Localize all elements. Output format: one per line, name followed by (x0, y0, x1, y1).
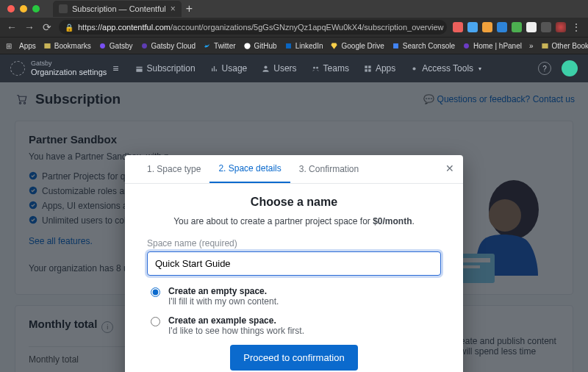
nav-access-tools[interactable]: Access Tools▾ (410, 63, 481, 74)
bookmark-item[interactable]: LinkedIn (284, 42, 323, 50)
app-header: GatsbyOrganization settings ≡ Subscripti… (0, 54, 588, 82)
other-bookmarks[interactable]: Other Bookmarks (541, 42, 588, 50)
forward-icon[interactable]: → (24, 21, 35, 33)
flag-icon[interactable] (556, 22, 566, 32)
space-name-input[interactable] (147, 251, 441, 276)
nav-subscription[interactable]: Subscription (135, 63, 196, 74)
url-host: app.contentful.com (102, 23, 171, 32)
extension-icon[interactable] (526, 22, 537, 32)
org-name: Gatsby (31, 60, 107, 67)
svg-point-5 (464, 43, 469, 49)
radio-example-space[interactable]: Create an example space.I'd like to see … (147, 315, 441, 336)
svg-rect-11 (368, 65, 370, 68)
create-space-modal: 1. Space type 2. Space details 3. Confir… (125, 155, 463, 372)
nav-apps[interactable]: Apps (364, 63, 395, 74)
svg-rect-4 (393, 43, 398, 49)
close-window-dot[interactable] (7, 5, 15, 12)
extension-icon[interactable] (482, 22, 492, 32)
svg-point-7 (265, 65, 268, 68)
org-sub: Organization settings (31, 68, 107, 76)
extension-icon[interactable] (497, 22, 507, 32)
minimize-window-dot[interactable] (20, 5, 27, 12)
svg-rect-12 (365, 69, 367, 71)
help-icon[interactable]: ? (538, 62, 551, 75)
svg-rect-13 (368, 69, 370, 71)
page-body: Subscription 💬 Questions or feedback? Co… (0, 82, 588, 372)
org-switcher[interactable]: GatsbyOrganization settings ≡ (10, 60, 119, 77)
close-modal-icon[interactable]: ✕ (445, 162, 454, 174)
bookmark-item[interactable]: Gatsby Cloud (140, 42, 196, 50)
bookmark-item[interactable]: Bookmarks (43, 42, 91, 50)
bookmark-item[interactable]: Google Drive (330, 42, 384, 50)
svg-rect-3 (286, 43, 291, 49)
svg-point-14 (413, 67, 416, 70)
address-bar[interactable]: 🔒 https://app.contentful.com/account/org… (59, 20, 447, 35)
tab-title: Subscription — Contentful (72, 4, 166, 13)
radio-input[interactable] (151, 317, 160, 326)
url-path: /account/organizations/5gGsGNznyQz1apqEW… (171, 23, 444, 32)
window-titlebar: Subscription — Contentful × + (0, 0, 588, 18)
step-space-details[interactable]: 2. Space details (209, 155, 290, 183)
hamburger-icon[interactable]: ≡ (112, 62, 118, 74)
kebab-menu-icon[interactable]: ⋮ (570, 21, 582, 33)
reload-icon[interactable]: ⟳ (41, 21, 53, 33)
back-icon[interactable]: ← (6, 21, 18, 33)
fullscreen-window-dot[interactable] (32, 5, 40, 12)
bookmarks-bar: ⊞ Apps Bookmarks Gatsby Gatsby Cloud Twi… (0, 37, 588, 54)
svg-point-8 (313, 66, 315, 68)
bookmark-overflow[interactable]: » (529, 42, 534, 50)
extension-icon[interactable] (512, 22, 522, 32)
chevron-down-icon: ▾ (478, 65, 481, 72)
traffic-lights (7, 5, 40, 12)
svg-point-0 (100, 43, 105, 49)
browser-toolbar: ← → ⟳ 🔒 https://app.contentful.com/accou… (0, 18, 588, 37)
puzzle-icon[interactable] (541, 22, 551, 32)
close-tab-icon[interactable]: × (171, 4, 176, 14)
svg-point-2 (244, 43, 250, 49)
bookmark-item[interactable]: GitHub (243, 42, 277, 50)
lock-icon: 🔒 (65, 24, 74, 32)
app-nav: Subscription Usage Users Teams Apps Acce… (135, 63, 482, 74)
step-space-type[interactable]: 1. Space type (138, 156, 209, 182)
space-name-label: Space name (required) (147, 238, 441, 248)
step-confirmation[interactable]: 3. Confirmation (290, 156, 368, 182)
modal-subtext: You are about to create a partner projec… (147, 216, 441, 226)
browser-tab[interactable]: Subscription — Contentful × (53, 1, 182, 17)
extension-icon[interactable] (467, 22, 478, 32)
nav-users[interactable]: Users (262, 63, 296, 74)
extension-icon[interactable] (453, 22, 463, 32)
proceed-button[interactable]: Proceed to confirmation (230, 345, 357, 371)
org-logo-icon (10, 61, 25, 76)
apps-button[interactable]: Apps (19, 42, 36, 50)
modal-heading: Choose a name (147, 196, 441, 209)
nav-usage[interactable]: Usage (210, 63, 248, 74)
avatar[interactable] (562, 60, 578, 76)
space-type-radios: Create an empty space.I'll fill it with … (147, 286, 441, 336)
bookmark-item[interactable]: Home | hPanel (462, 42, 522, 50)
svg-point-9 (316, 66, 318, 68)
nav-teams[interactable]: Teams (312, 63, 349, 74)
bookmark-item[interactable]: Search Console (392, 42, 455, 50)
new-tab-button[interactable]: + (182, 2, 197, 15)
radio-input[interactable] (151, 287, 160, 297)
svg-point-1 (142, 43, 147, 49)
apps-grid-icon[interactable]: ⊞ (6, 42, 12, 50)
favicon-icon (59, 4, 68, 13)
bookmark-item[interactable]: Twitter (203, 42, 235, 50)
extension-row: ⋮ (453, 21, 582, 33)
svg-rect-10 (365, 65, 367, 68)
radio-empty-space[interactable]: Create an empty space.I'll fill it with … (147, 286, 441, 307)
modal-steps: 1. Space type 2. Space details 3. Confir… (125, 155, 463, 184)
bookmark-item[interactable]: Gatsby (98, 42, 133, 50)
